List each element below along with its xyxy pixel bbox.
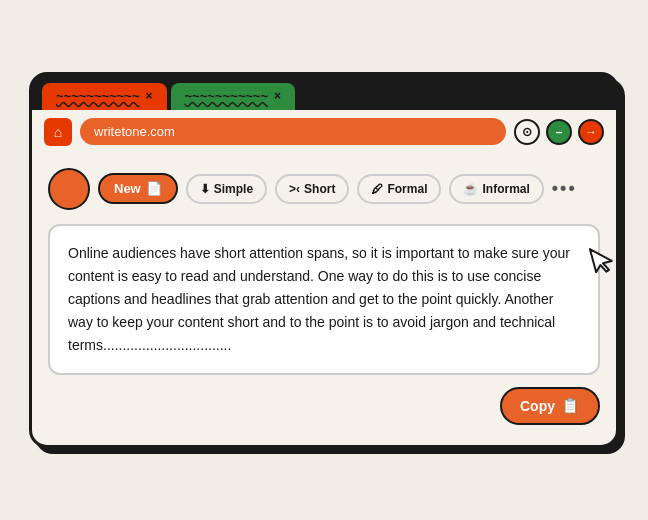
more-label: ••• <box>552 178 577 198</box>
formal-icon: 🖊 <box>371 182 383 196</box>
informal-button[interactable]: ☕ Informal <box>449 174 543 204</box>
informal-label: Informal <box>482 182 529 196</box>
short-button[interactable]: >‹ Short <box>275 174 349 204</box>
formal-button[interactable]: 🖊 Formal <box>357 174 441 204</box>
tab-1-close[interactable]: × <box>146 89 153 103</box>
more-button[interactable]: ••• <box>552 178 577 199</box>
main-content: New 📄 ⬇ Simple >‹ Short 🖊 Formal ☕ Infor… <box>32 154 616 445</box>
short-label: Short <box>304 182 335 196</box>
simple-icon: ⬇ <box>200 182 210 196</box>
tab-2-close[interactable]: × <box>274 89 281 103</box>
tab-2[interactable]: ~~~~~~~~~~~ × <box>171 83 296 110</box>
short-icon: >‹ <box>289 182 300 196</box>
clock-icon[interactable]: ⊙ <box>514 119 540 145</box>
content-text-box: Online audiences have short attention sp… <box>48 224 600 375</box>
address-bar-row: ⌂ ⊙ – → <box>32 110 616 154</box>
text-area-wrapper: Online audiences have short attention sp… <box>48 224 600 375</box>
minimize-button[interactable]: – <box>546 119 572 145</box>
new-label: New <box>114 181 141 196</box>
content-text: Online audiences have short attention sp… <box>68 245 570 353</box>
avatar <box>48 168 90 210</box>
tab-1-label: ~~~~~~~~~~~ <box>56 89 140 104</box>
new-button[interactable]: New 📄 <box>98 173 178 204</box>
tab-2-label: ~~~~~~~~~~~ <box>185 89 269 104</box>
tab-1[interactable]: ~~~~~~~~~~~ × <box>42 83 167 110</box>
toolbar-row: New 📄 ⬇ Simple >‹ Short 🖊 Formal ☕ Infor… <box>48 168 600 210</box>
browser-window: ~~~~~~~~~~~ × ~~~~~~~~~~~ × ⌂ ⊙ – → New … <box>29 72 619 448</box>
home-icon[interactable]: ⌂ <box>44 118 72 146</box>
new-doc-icon: 📄 <box>146 181 162 196</box>
address-input[interactable] <box>80 118 506 145</box>
copy-button[interactable]: Copy 📋 <box>500 387 600 425</box>
copy-label: Copy <box>520 398 555 414</box>
copy-row: Copy 📋 <box>48 387 600 425</box>
navigate-button[interactable]: → <box>578 119 604 145</box>
simple-button[interactable]: ⬇ Simple <box>186 174 267 204</box>
formal-label: Formal <box>387 182 427 196</box>
simple-label: Simple <box>214 182 253 196</box>
browser-controls: ⊙ – → <box>514 119 604 145</box>
informal-icon: ☕ <box>463 182 478 196</box>
copy-doc-icon: 📋 <box>561 397 580 415</box>
tab-bar: ~~~~~~~~~~~ × ~~~~~~~~~~~ × <box>32 75 616 110</box>
